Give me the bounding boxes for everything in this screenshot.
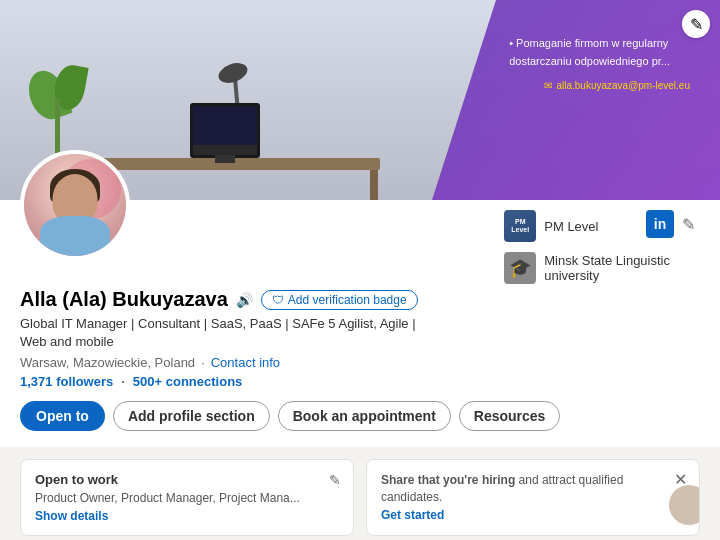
- avatar: [20, 150, 130, 260]
- avatar-body: [40, 216, 110, 256]
- location-separator: ·: [201, 355, 205, 370]
- bottom-cards: ✎ Open to work Product Owner, Product Ma…: [0, 447, 720, 540]
- hiring-title: Share that you're hiring: [381, 473, 515, 487]
- company-name-pm: PM Level: [544, 219, 598, 234]
- hiring-card-body: Share that you're hiring and attract qua…: [381, 472, 685, 506]
- speaker-icon[interactable]: 🔊: [236, 292, 253, 308]
- card-edit-icon[interactable]: ✎: [329, 472, 341, 488]
- followers-count[interactable]: 1,371 followers: [20, 374, 113, 389]
- followers-row: 1,371 followers · 500+ connections: [20, 374, 700, 389]
- open-to-button[interactable]: Open to: [20, 401, 105, 431]
- add-profile-section-button[interactable]: Add profile section: [113, 401, 270, 431]
- company-logo-university: 🎓: [504, 252, 536, 284]
- followers-separator: ·: [121, 374, 125, 389]
- book-appointment-button[interactable]: Book an appointment: [278, 401, 451, 431]
- contact-info-link[interactable]: Contact info: [211, 355, 280, 370]
- monitor: [190, 103, 260, 158]
- banner-email: ✉ alla.bukuyazava@pm-level.eu: [544, 80, 690, 91]
- profile-headline: Global IT Manager | Consultant | SaaS, P…: [20, 315, 700, 351]
- shield-icon: 🛡: [272, 293, 284, 307]
- banner-text: • Pomaganie firmom w regularny dostarcza…: [509, 35, 670, 70]
- profile-name: Alla (Ala) Bukuyazava: [20, 288, 228, 311]
- verify-label: Add verification badge: [288, 293, 407, 307]
- company-item[interactable]: 🎓 Minsk State Linguistic university: [504, 252, 670, 284]
- banner-text-line2: dostarczaniu odpowiedniego pr...: [509, 55, 670, 67]
- monitor-stand: [215, 155, 235, 163]
- headline-line1: Global IT Manager | Consultant | SaaS, P…: [20, 316, 416, 331]
- email-text: alla.bukuyazava@pm-level.eu: [556, 80, 690, 91]
- company-name-university: Minsk State Linguistic university: [544, 253, 670, 283]
- show-details-link[interactable]: Show details: [35, 509, 339, 523]
- page-wrapper: • Pomaganie firmom w regularny dostarcza…: [0, 0, 720, 540]
- desk-leg: [370, 170, 378, 200]
- pencil-icon: ✎: [690, 15, 703, 34]
- company-item[interactable]: PMLevel PM Level: [504, 210, 670, 242]
- profile-edit-button[interactable]: ✎: [682, 215, 695, 234]
- banner-bullet: •: [509, 37, 513, 49]
- plant-stem: [55, 98, 60, 158]
- location-text: Warsaw, Mazowieckie, Poland: [20, 355, 195, 370]
- open-to-work-body: Product Owner, Product Manager, Project …: [35, 490, 339, 507]
- connections-count[interactable]: 500+ connections: [133, 374, 242, 389]
- name-row: Alla (Ala) Bukuyazava 🔊 🛡 Add verificati…: [20, 288, 700, 311]
- company-logo-pm: PMLevel: [504, 210, 536, 242]
- monitor-screen: [193, 106, 257, 145]
- headline-line2: Web and mobile: [20, 334, 114, 349]
- open-to-work-title: Open to work: [35, 472, 339, 487]
- location-row: Warsaw, Mazowieckie, Poland · Contact in…: [20, 355, 700, 370]
- email-icon: ✉: [544, 80, 552, 91]
- profile-card: in ✎ PMLevel PM Level 🎓 Minsk State Ling…: [0, 200, 720, 447]
- resources-button[interactable]: Resources: [459, 401, 561, 431]
- actions-row: Open to Add profile section Book an appo…: [20, 401, 700, 431]
- open-to-work-card: ✎ Open to work Product Owner, Product Ma…: [20, 459, 354, 536]
- get-started-link[interactable]: Get started: [381, 508, 685, 522]
- banner-edit-button[interactable]: ✎: [682, 10, 710, 38]
- company-area: PMLevel PM Level 🎓 Minsk State Linguisti…: [504, 210, 670, 284]
- banner-text-line1: Pomaganie firmom w regularny: [516, 37, 668, 49]
- verify-badge-button[interactable]: 🛡 Add verification badge: [261, 290, 418, 310]
- hiring-card: ✕ Share that you're hiring and attract q…: [366, 459, 700, 536]
- avatar-image: [24, 154, 126, 256]
